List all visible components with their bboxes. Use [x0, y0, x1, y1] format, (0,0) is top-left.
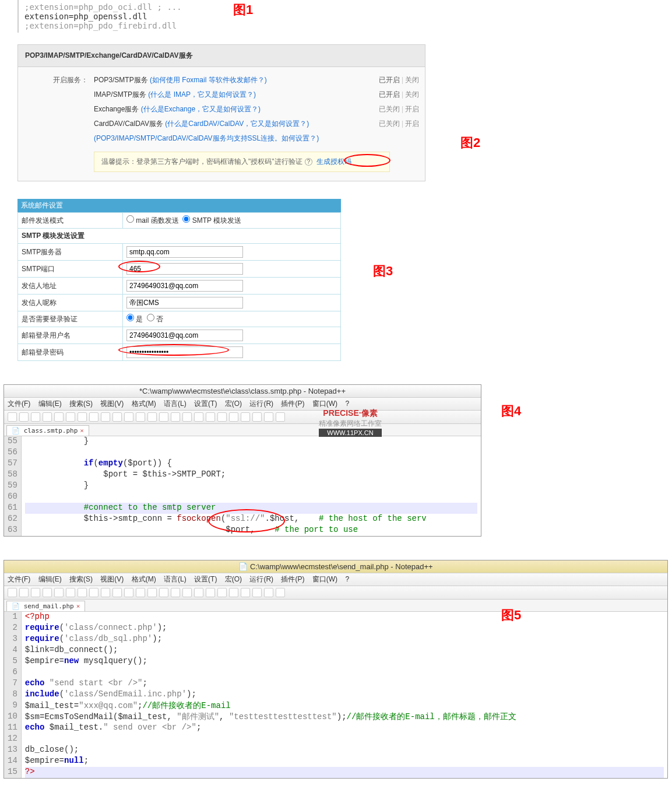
service-help-link[interactable]: (什么是CardDAV/CalDAV，它又是如何设置？)	[165, 120, 309, 128]
toolbar-icon[interactable]	[19, 412, 29, 422]
from-addr-input[interactable]	[126, 280, 243, 292]
toolbar-icon[interactable]	[124, 588, 133, 597]
toolbar-icon[interactable]	[206, 412, 215, 422]
toolbar-icon[interactable]	[241, 588, 250, 597]
toolbar-icon[interactable]	[252, 412, 262, 422]
service-help-link[interactable]: (什么是 IMAP，它又是如何设置？)	[148, 90, 256, 99]
smtp-port-input[interactable]	[126, 263, 243, 275]
toolbar-icon[interactable]	[43, 588, 52, 597]
code-editor[interactable]: 555657585960616263 } if(empty($port)) { …	[4, 436, 481, 536]
toolbar-icon[interactable]	[241, 412, 250, 422]
menu-item[interactable]: 宏(O)	[225, 575, 242, 583]
menu-item[interactable]: 视图(V)	[100, 575, 124, 583]
toolbar-icon[interactable]	[136, 588, 145, 597]
toolbar-icon[interactable]	[217, 412, 227, 422]
toolbar-icon[interactable]	[101, 412, 110, 422]
toolbar-icon[interactable]	[112, 412, 122, 422]
menu-item[interactable]: 插件(P)	[281, 400, 304, 408]
service-help-link[interactable]: (什么是Exchange，它又是如何设置？)	[141, 105, 261, 113]
toolbar-icon[interactable]	[147, 412, 157, 422]
toolbar-icon[interactable]	[8, 588, 17, 597]
toolbar-icon[interactable]	[54, 412, 64, 422]
auth-no-option[interactable]: 否	[147, 315, 163, 323]
menu-item[interactable]: 语言(L)	[164, 575, 187, 583]
menu-item[interactable]: 窗口(W)	[312, 575, 337, 583]
toolbar-icon[interactable]	[101, 588, 110, 597]
toolbar-icon[interactable]	[31, 412, 40, 422]
code-area[interactable]: } if(empty($port)) { $port = $this->SMTP…	[22, 436, 481, 536]
service-toggle-link[interactable]: 开启	[405, 120, 419, 128]
toolbar-icon[interactable]	[43, 412, 52, 422]
toolbar-icon[interactable]	[54, 588, 64, 597]
menu-item[interactable]: 插件(P)	[281, 575, 304, 583]
toolbar-icon[interactable]	[171, 412, 180, 422]
menu-item[interactable]: 文件(F)	[8, 575, 30, 583]
toolbar-icon[interactable]	[8, 412, 17, 422]
toolbar-icon[interactable]	[252, 588, 262, 597]
toolbar-icon[interactable]	[19, 588, 29, 597]
toolbar-icon[interactable]	[66, 412, 75, 422]
toolbar-icon[interactable]	[229, 588, 238, 597]
toolbar-icon[interactable]	[206, 588, 215, 597]
toolbar-icon[interactable]	[264, 588, 273, 597]
toolbar-icon[interactable]	[78, 412, 87, 422]
ssl-note-link[interactable]: (POP3/IMAP/SMTP/CardDAV/CalDAV服务均支持SSL连接…	[94, 134, 319, 142]
menu-item[interactable]: 编辑(E)	[38, 575, 62, 583]
toolbar-icon[interactable]	[264, 412, 273, 422]
send-mode-radio-smtp[interactable]	[182, 215, 190, 223]
menu-item[interactable]: 格式(M)	[132, 400, 156, 408]
help-icon[interactable]: ?	[305, 158, 313, 166]
toolbar-icon[interactable]	[147, 588, 157, 597]
menu-item[interactable]: 窗口(W)	[312, 400, 337, 408]
menu-item[interactable]: ?	[345, 400, 349, 408]
menu-item[interactable]: 运行(R)	[249, 400, 273, 408]
toolbar-icon[interactable]	[159, 412, 168, 422]
toolbar-icon[interactable]	[112, 588, 122, 597]
auth-yes-option[interactable]: 是	[126, 315, 143, 323]
send-mode-radio-mail[interactable]	[126, 215, 134, 223]
close-icon[interactable]: ×	[76, 602, 80, 610]
toolbar-icon[interactable]	[136, 412, 145, 422]
auth-radio-no[interactable]	[147, 314, 154, 321]
menu-item[interactable]: 文件(F)	[8, 400, 30, 408]
toolbar-icon[interactable]	[182, 412, 192, 422]
menu-item[interactable]: 搜索(S)	[69, 575, 93, 583]
toolbar-icon[interactable]	[159, 588, 168, 597]
close-icon[interactable]: ×	[80, 427, 84, 434]
file-tab[interactable]: 📄 send_mail.php×	[6, 601, 85, 611]
menu-item[interactable]: 格式(M)	[132, 575, 156, 583]
generate-auth-code-link[interactable]: 生成授权码	[316, 157, 351, 166]
menu-item[interactable]: 设置(T)	[194, 400, 217, 408]
service-toggle-link[interactable]: 关闭	[405, 90, 419, 99]
login-pass-input[interactable]	[126, 346, 243, 358]
toolbar-icon[interactable]	[194, 412, 203, 422]
toolbar-icon[interactable]	[89, 412, 98, 422]
send-mode-smtp-option[interactable]: SMTP 模块发送	[182, 216, 241, 225]
toolbar-icon[interactable]	[276, 588, 285, 597]
from-name-input[interactable]	[126, 297, 243, 309]
menu-item[interactable]: 搜索(S)	[69, 400, 93, 408]
toolbar-icon[interactable]	[124, 412, 133, 422]
menu-item[interactable]: 编辑(E)	[38, 400, 62, 408]
code-area[interactable]: <?php require('class/connect.php'); requ…	[22, 612, 667, 778]
toolbar-icon[interactable]	[66, 588, 75, 597]
menu-item[interactable]: 视图(V)	[100, 400, 124, 408]
toolbar-icon[interactable]	[78, 588, 87, 597]
menu-item[interactable]: 运行(R)	[249, 575, 273, 583]
menu-item[interactable]: ?	[345, 575, 349, 583]
file-tab[interactable]: 📄 class.smtp.php×	[6, 425, 89, 436]
toolbar-icon[interactable]	[89, 588, 98, 597]
toolbar-icon[interactable]	[276, 412, 285, 422]
toolbar-icon[interactable]	[229, 412, 238, 422]
menu-item[interactable]: 宏(O)	[225, 400, 242, 408]
toolbar-icon[interactable]	[171, 588, 180, 597]
send-mode-mail-option[interactable]: mail 函数发送	[126, 216, 179, 225]
toolbar-icon[interactable]	[217, 588, 227, 597]
login-user-input[interactable]	[126, 330, 243, 341]
toolbar-icon[interactable]	[182, 588, 192, 597]
toolbar-icon[interactable]	[194, 588, 203, 597]
service-toggle-link[interactable]: 关闭	[405, 76, 419, 84]
toolbar-icon[interactable]	[31, 588, 40, 597]
service-toggle-link[interactable]: 开启	[405, 105, 419, 113]
auth-radio-yes[interactable]	[126, 314, 134, 321]
